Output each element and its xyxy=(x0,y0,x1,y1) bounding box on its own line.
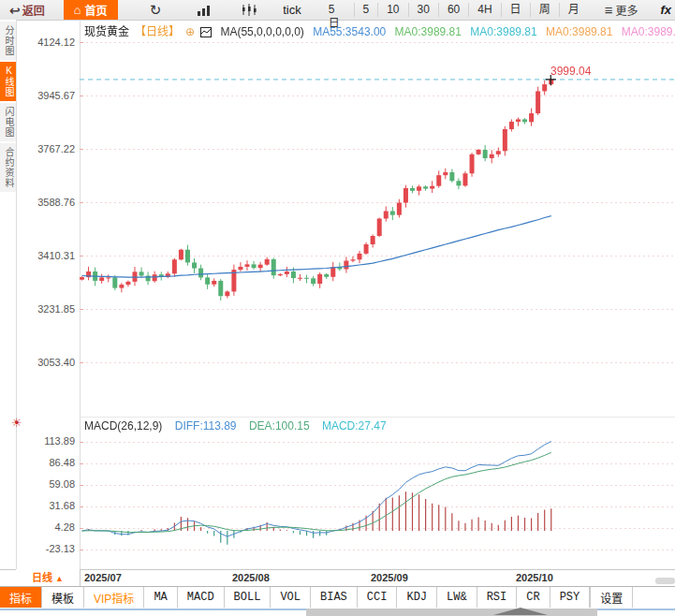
indicator-settings-sun-icon[interactable]: ☀ xyxy=(11,416,22,430)
hamburger-icon: ≡ xyxy=(605,2,613,18)
tab-vol[interactable]: VOL xyxy=(271,587,311,608)
macd-axis-label: 31.68 xyxy=(0,500,75,511)
tab-lw[interactable]: LW& xyxy=(437,587,477,608)
period-button[interactable]: 10 xyxy=(377,3,407,17)
period-button[interactable]: 5 xyxy=(354,3,378,17)
chart-canvas[interactable] xyxy=(80,20,675,569)
period-button[interactable]: 周 xyxy=(530,3,559,17)
home-button[interactable]: ⌂ 首页 xyxy=(64,0,118,20)
back-button[interactable]: ↩ 返回 xyxy=(6,0,49,20)
tab-psy[interactable]: PSY xyxy=(550,587,591,608)
fx-label: fx xyxy=(660,3,671,17)
x-axis-label: 2025/07 xyxy=(84,572,122,583)
tab-indicator[interactable]: 指标 xyxy=(0,587,42,608)
macd-axis-label: 4.28 xyxy=(0,521,75,533)
chart-type-icon[interactable] xyxy=(200,27,212,40)
horizontal-scrollbar[interactable] xyxy=(306,609,597,616)
dea-value: DEA:100.15 xyxy=(249,419,310,433)
scrollbar-thumb-arrow[interactable] xyxy=(493,608,548,615)
macd-params-label: MACD(26,12,9) xyxy=(84,419,162,433)
tab-boll[interactable]: BOLL xyxy=(225,587,271,608)
period-tag: 【日线】 xyxy=(135,25,180,38)
tab-ma[interactable]: MA xyxy=(144,587,177,608)
refresh-icon: ↻ xyxy=(150,2,162,19)
period-group: 5日 5 10 30 60 4H 日 周 月 xyxy=(320,0,588,20)
tab-vip-indicator[interactable]: VIP指标 xyxy=(84,587,144,608)
price-pane-header: 现货黄金【日线】⊕ MA(55,0,0,0,0,0) MA55:3543.00 … xyxy=(84,22,675,40)
macd-pane-header: MACD(26,12,9) DIFF:113.89 DEA:100.15 MAC… xyxy=(84,419,396,433)
ma0-value: MA0:3989.81 xyxy=(470,25,536,38)
plus-circle-icon[interactable]: ⊕ xyxy=(185,25,195,38)
symbol-name: 现货黄金 xyxy=(84,25,129,38)
triangle-up-icon: ▲ xyxy=(55,574,64,583)
ma55-value: MA55:3543.00 xyxy=(313,25,386,38)
home-label: 首页 xyxy=(85,2,108,18)
tab-cr[interactable]: CR xyxy=(517,587,550,608)
price-axis-label: 3945.67 xyxy=(0,90,75,101)
tab-rsi[interactable]: RSI xyxy=(477,587,518,608)
bar-chart-mode-button[interactable] xyxy=(193,0,215,20)
macd-axis-label: -23.13 xyxy=(0,543,75,554)
back-arrow-icon: ↩ xyxy=(9,3,21,18)
period-button[interactable]: 月 xyxy=(559,3,588,17)
more-label: 更多 xyxy=(615,2,638,18)
x-axis-label: 2025/10 xyxy=(516,572,553,583)
tab-settings[interactable]: 设置 xyxy=(590,587,633,608)
price-axis-label: 3588.76 xyxy=(0,197,75,208)
indicator-tabbar: 指标 模板 VIP指标 MA MACD BOLL VOL BIAS CCI KD… xyxy=(0,586,675,608)
refresh-button[interactable]: ↻ xyxy=(146,0,166,20)
period-dropdown-label: 日线 xyxy=(32,572,52,583)
macd-axis-label: 113.89 xyxy=(0,435,75,447)
formula-button[interactable]: fx xyxy=(656,0,675,20)
period-button[interactable]: 日 xyxy=(501,3,530,17)
candlestick-icon xyxy=(242,4,258,16)
back-label: 返回 xyxy=(22,2,45,18)
price-axis-label: 3231.85 xyxy=(0,303,75,315)
ma-params-label: MA(55,0,0,0,0,0) xyxy=(220,25,303,38)
bar-chart-icon xyxy=(197,4,212,16)
tab-macd[interactable]: MACD xyxy=(178,587,225,608)
price-axis-label: 3053.40 xyxy=(0,357,75,368)
ma0-value: MA0:3989.81 xyxy=(622,25,675,38)
period-button[interactable]: 60 xyxy=(438,3,468,17)
tab-kdj[interactable]: KDJ xyxy=(397,587,437,608)
tick-label: tick xyxy=(283,3,301,17)
tab-bias[interactable]: BIAS xyxy=(311,587,358,608)
period-button[interactable]: 5日 xyxy=(320,3,354,17)
period-dropdown[interactable]: 日线▲ xyxy=(16,569,81,586)
period-button[interactable]: 30 xyxy=(408,3,438,17)
tick-button[interactable]: tick xyxy=(279,0,305,20)
home-icon: ⌂ xyxy=(74,3,81,17)
ma0-value: MA0:3989.81 xyxy=(546,25,612,38)
trading-app-window: ↩ 返回 ⌂ 首页 ↻ tick 5日 5 xyxy=(0,0,675,616)
tab-cci[interactable]: CCI xyxy=(358,587,398,608)
ma0-value: MA0:3989.81 xyxy=(395,25,462,38)
macd-value: MACD:27.47 xyxy=(322,419,387,433)
diff-value: DIFF:113.89 xyxy=(175,419,237,433)
scrollbar-right-piece[interactable] xyxy=(655,578,675,584)
top-toolbar: ↩ 返回 ⌂ 首页 ↻ tick 5日 5 xyxy=(0,0,675,21)
x-axis-label: 2025/09 xyxy=(371,572,408,583)
period-button[interactable]: 4H xyxy=(468,3,500,17)
price-axis-label: 3767.22 xyxy=(0,143,75,154)
more-button[interactable]: ≡ 更多 xyxy=(601,0,642,20)
sidebar-item-lightning[interactable]: 闪电图 xyxy=(0,103,16,141)
macd-axis-label: 59.08 xyxy=(0,478,75,490)
tab-template[interactable]: 模板 xyxy=(42,587,84,608)
last-price-label: 3999.04 xyxy=(550,65,591,78)
macd-axis-label: 86.48 xyxy=(0,457,75,468)
price-axis-label: 4124.12 xyxy=(0,37,75,48)
x-axis-label: 2025/08 xyxy=(232,572,270,583)
price-axis-label: 3410.31 xyxy=(0,250,75,261)
candle-mode-button[interactable] xyxy=(238,0,262,20)
